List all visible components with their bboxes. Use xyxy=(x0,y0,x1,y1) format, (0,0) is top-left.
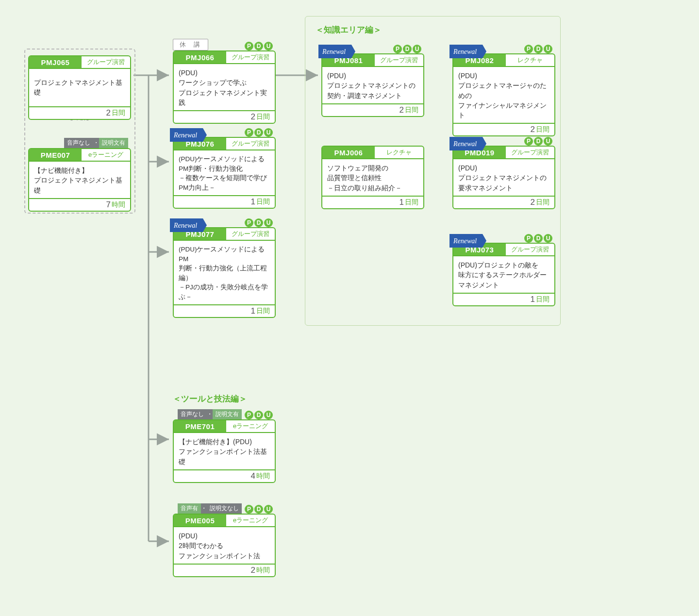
course-duration: 2日間 xyxy=(174,110,275,123)
suspended-badge: 休 講 xyxy=(173,39,208,50)
course-duration: 2時間 xyxy=(174,564,275,576)
course-duration: 7時間 xyxy=(29,198,130,211)
renewal-badge: Renewal xyxy=(170,218,207,232)
course-code: PMJ066 xyxy=(174,51,226,63)
course-type: グループ演習 xyxy=(506,244,554,255)
course-type: グループ演習 xyxy=(226,228,275,240)
course-duration: 1日間 xyxy=(453,293,554,305)
card-pmj006[interactable]: PMJ006 レクチャ ソフトウェア開発の品質管理と信頼性－日立の取り組み紹介－… xyxy=(321,146,424,209)
course-code: PME701 xyxy=(174,420,226,432)
knowledge-area-title: ＜知識エリア編＞ xyxy=(316,24,382,35)
course-type: グループ演習 xyxy=(375,54,423,66)
course-type: グループ演習 xyxy=(82,56,130,68)
course-type: グループ演習 xyxy=(506,147,554,158)
course-title: (PDU)ケースメソッドによるPM判断・行動力強化－複数ケースを短期間で学びPM… xyxy=(174,150,275,195)
card-pme005[interactable]: 音声有・説明文なし PDU PME005 eラーニング (PDU)2時間でわかる… xyxy=(173,514,276,577)
course-duration: 2日間 xyxy=(453,123,554,135)
card-pmj081[interactable]: Renewal PDU PMJ081 グループ演習 (PDU)プロジェクトマネジ… xyxy=(321,53,424,117)
course-title: 【ナビ機能付き】(PDU)ファンクションポイント法基礎 xyxy=(174,433,275,469)
renewal-badge: Renewal xyxy=(318,45,355,58)
course-duration: 4時間 xyxy=(174,469,275,482)
course-title: (PDU)プロジェクトの敵を味方にするステークホルダーマネジメント xyxy=(453,256,554,293)
course-title: 【ナビ機能付き】プロジェクトマネジメント基礎 xyxy=(29,162,130,198)
card-pmj073[interactable]: Renewal PDU PMJ073 グループ演習 (PDU)プロジェクトの敵を… xyxy=(452,243,555,306)
tools-title: ＜ツールと技法編＞ xyxy=(173,393,247,404)
course-duration: 2日間 xyxy=(322,103,423,116)
svg-text:Renewal: Renewal xyxy=(453,140,477,148)
course-type: グループ演習 xyxy=(226,138,275,150)
course-type: グループ演習 xyxy=(226,51,275,63)
card-pme007[interactable]: 音声なし・説明文有 PME007 eラーニング 【ナビ機能付き】プロジェクトマネ… xyxy=(28,148,131,212)
card-pmj082[interactable]: Renewal PDU PMJ082 レクチャ (PDU)プロジェクトマネージャ… xyxy=(452,53,555,136)
course-type: eラーニング xyxy=(82,149,130,161)
svg-text:Renewal: Renewal xyxy=(173,222,197,229)
course-duration: 1日間 xyxy=(174,195,275,208)
card-pmj077[interactable]: Renewal PDU PMJ077 グループ演習 (PDU)ケースメソッドによ… xyxy=(173,227,276,318)
course-duration: 2日間 xyxy=(453,196,554,208)
course-title: (PDU)2時間でわかるファンクションポイント法 xyxy=(174,527,275,564)
card-pmj066[interactable]: 休 講 PDU PMJ066 グループ演習 (PDU)ワークショップで学ぶプロジ… xyxy=(173,50,276,124)
card-pmj065[interactable]: PMJ065 グループ演習 プロジェクトマネジメント基礎 2日間 xyxy=(28,55,131,120)
course-code: PMJ006 xyxy=(322,147,375,158)
renewal-badge: Renewal xyxy=(449,234,486,248)
svg-text:Renewal: Renewal xyxy=(453,48,477,55)
course-type: レクチャ xyxy=(506,54,554,66)
svg-text:Renewal: Renewal xyxy=(453,237,477,245)
course-title: プロジェクトマネジメント基礎 xyxy=(29,69,130,106)
renewal-badge: Renewal xyxy=(170,128,207,142)
svg-text:Renewal: Renewal xyxy=(322,48,346,55)
course-title: (PDU)ケースメソッドによるPM判断・行動力強化（上流工程編）－PJの成功・失… xyxy=(174,241,275,304)
course-code: PMJ065 xyxy=(29,56,82,68)
renewal-badge: Renewal xyxy=(449,137,486,150)
course-duration: 1日間 xyxy=(322,196,423,208)
course-title: (PDU)プロジェクトマネジメントの要求マネジメント xyxy=(453,159,554,196)
card-pmj076[interactable]: Renewal PDU PMJ076 グループ演習 (PDU)ケースメソッドによ… xyxy=(173,137,276,209)
course-type: eラーニング xyxy=(226,420,275,432)
course-title: (PDU)ワークショップで学ぶプロジェクトマネジメント実践 xyxy=(174,64,275,110)
course-type: eラーニング xyxy=(226,515,275,526)
svg-text:Renewal: Renewal xyxy=(173,132,197,139)
course-title: (PDU)プロジェクトマネージャのためのファイナンシャルマネジメント xyxy=(453,67,554,123)
course-type: レクチャ xyxy=(375,147,423,158)
course-duration: 2日間 xyxy=(29,106,130,119)
card-pmd019[interactable]: Renewal PDU PMD019 グループ演習 (PDU)プロジェクトマネジ… xyxy=(452,146,555,209)
course-title: ソフトウェア開発の品質管理と信頼性－日立の取り組み紹介－ xyxy=(322,159,423,196)
course-code: PME007 xyxy=(29,149,82,161)
renewal-badge: Renewal xyxy=(449,45,486,58)
course-title: (PDU)プロジェクトマネジメントの契約・調達マネジメント xyxy=(322,67,423,103)
course-code: PME005 xyxy=(174,515,226,526)
card-pme701[interactable]: 音声なし・説明文有 PDU PME701 eラーニング 【ナビ機能付き】(PDU… xyxy=(173,419,276,483)
course-duration: 1日間 xyxy=(174,304,275,317)
